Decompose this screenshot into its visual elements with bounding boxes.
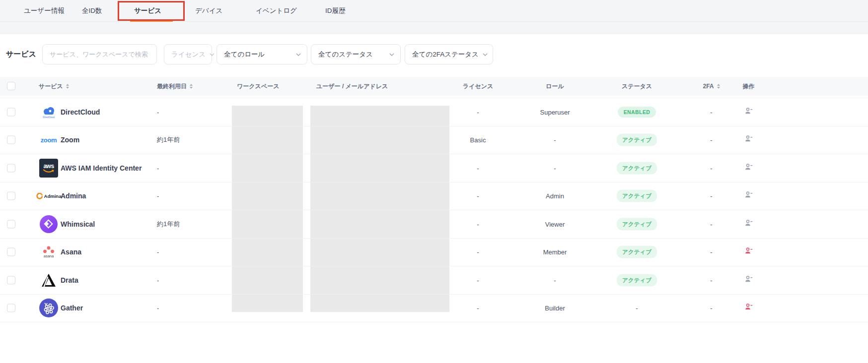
drata-logo xyxy=(39,270,59,290)
row-checkbox[interactable] xyxy=(7,192,15,200)
chevron-down-icon xyxy=(210,53,215,56)
role-value: Viewer xyxy=(521,220,588,228)
status-badge: アクティブ xyxy=(617,134,657,146)
workspace-redacted-block xyxy=(232,154,303,182)
service-name[interactable]: DirectCloud xyxy=(61,108,100,116)
col-action: 操作 xyxy=(732,77,765,96)
chevron-down-icon xyxy=(483,53,488,56)
license-filter-select[interactable]: ライセンス xyxy=(164,44,212,64)
workspace-redacted-block xyxy=(232,182,303,210)
workspace-redacted-block xyxy=(232,295,303,312)
col-user-email: ユーザー / メールアドレス xyxy=(316,77,388,96)
status-cell: アクティブ xyxy=(603,246,670,258)
service-name[interactable]: Drata xyxy=(61,276,78,284)
whimsical-logo xyxy=(39,214,59,234)
col-last-used[interactable]: 最終利用日 xyxy=(157,77,193,96)
remove-user-button[interactable] xyxy=(732,219,765,229)
workspace-redacted-block xyxy=(232,106,303,126)
twofa-value: - xyxy=(690,192,732,200)
services-page: ユーザー情報 全ID数 サービス デバイス イベントログ ID履歴 サービス ラ… xyxy=(0,0,868,363)
tab-bar: ユーザー情報 全ID数 サービス デバイス イベントログ ID履歴 xyxy=(0,0,868,22)
remove-user-button[interactable] xyxy=(732,303,765,313)
sort-icon[interactable] xyxy=(66,84,69,89)
status-filter-value: 全てのステータス xyxy=(318,50,373,59)
tab-all-ids[interactable]: 全ID数 xyxy=(82,0,102,22)
user-email-redacted-block xyxy=(310,210,449,238)
tab-user-info[interactable]: ユーザー情報 xyxy=(24,0,65,22)
workspace-redacted-block xyxy=(232,266,303,294)
license-value: - xyxy=(447,248,509,256)
status-badge: アクティブ xyxy=(617,274,657,286)
sort-icon[interactable] xyxy=(190,84,193,89)
service-name[interactable]: Gather xyxy=(61,304,83,312)
zoom-logo: zoom xyxy=(39,130,59,150)
last-used-value: - xyxy=(157,304,159,312)
red-annotation-box xyxy=(118,1,185,21)
remove-user-button[interactable] xyxy=(732,163,765,173)
role-value: - xyxy=(521,276,588,284)
table-row: Admina Admina - - Admin アクティブ - xyxy=(0,182,868,211)
row-checkbox[interactable] xyxy=(7,136,15,144)
status-badge: アクティブ xyxy=(617,190,657,202)
remove-user-button[interactable] xyxy=(732,135,765,145)
service-name[interactable]: AWS IAM Identity Center xyxy=(61,164,142,172)
table-row: aws AWS IAM Identity Center - - - アクティブ … xyxy=(0,154,868,182)
role-filter-select[interactable]: 全てのロール xyxy=(217,44,307,64)
twofa-value: - xyxy=(690,304,732,312)
row-checkbox[interactable] xyxy=(7,304,15,312)
user-email-redacted-block xyxy=(310,182,449,210)
status-cell: アクティブ xyxy=(603,134,670,146)
last-used-value: - xyxy=(157,276,159,284)
license-value: Basic xyxy=(447,136,509,144)
remove-user-button[interactable] xyxy=(732,275,765,285)
status-badge: ENABLED xyxy=(618,107,656,118)
role-value: Admin xyxy=(521,192,588,200)
tab-event-log[interactable]: イベントログ xyxy=(256,0,297,22)
service-name[interactable]: Zoom xyxy=(61,136,79,144)
col-service[interactable]: サービス xyxy=(39,77,69,96)
remove-user-button[interactable] xyxy=(732,191,765,201)
row-checkbox[interactable] xyxy=(7,108,15,116)
remove-user-button[interactable] xyxy=(732,247,765,257)
select-all-checkbox[interactable] xyxy=(7,82,15,90)
license-value: - xyxy=(447,192,509,200)
chevron-down-icon xyxy=(296,53,301,56)
tab-devices[interactable]: デバイス xyxy=(195,0,222,22)
service-name[interactable]: Whimsical xyxy=(61,220,95,228)
col-2fa[interactable]: 2FA xyxy=(690,77,732,96)
table-body: DirectCloud DirectCloud - - Superuser EN… xyxy=(0,98,868,322)
sort-icon[interactable] xyxy=(717,84,720,89)
row-checkbox[interactable] xyxy=(7,276,15,284)
col-role: ロール xyxy=(521,77,588,96)
last-used-value: - xyxy=(157,192,159,200)
workspace-redacted-block xyxy=(232,239,303,266)
row-checkbox[interactable] xyxy=(7,220,15,228)
user-email-redacted-block xyxy=(310,154,449,182)
row-checkbox[interactable] xyxy=(7,248,15,256)
row-checkbox[interactable] xyxy=(7,164,15,172)
table-row: Whimsical 約1年前 - Viewer アクティブ - xyxy=(0,210,868,239)
service-name[interactable]: Asana xyxy=(61,248,81,256)
twofa-value: - xyxy=(690,136,732,144)
tab-band: ユーザー情報 全ID数 サービス デバイス イベントログ ID履歴 xyxy=(0,0,868,34)
twofa-filter-select[interactable]: 全ての2FAステータス xyxy=(405,44,493,64)
user-email-redacted-block xyxy=(310,295,449,312)
service-name[interactable]: Admina xyxy=(61,192,86,200)
chevron-down-icon xyxy=(389,53,394,56)
status-badge: アクティブ xyxy=(617,218,657,230)
directcloud-logo-text: DirectCloud xyxy=(43,116,55,119)
remove-user-button[interactable] xyxy=(732,107,765,117)
twofa-value: - xyxy=(690,248,732,256)
twofa-value: - xyxy=(690,276,732,284)
admina-logo-text: Admina xyxy=(44,193,62,199)
license-value: - xyxy=(447,164,509,172)
last-used-value: - xyxy=(157,164,159,172)
license-value: - xyxy=(447,304,509,312)
license-filter-label: ライセンス xyxy=(171,50,206,59)
last-used-value: - xyxy=(157,108,159,116)
tab-id-history[interactable]: ID履歴 xyxy=(325,0,346,22)
role-value: Builder xyxy=(521,304,588,312)
status-filter-select[interactable]: 全てのステータス xyxy=(311,44,401,64)
search-input[interactable] xyxy=(42,44,157,64)
last-used-value: 約1年前 xyxy=(157,135,180,144)
